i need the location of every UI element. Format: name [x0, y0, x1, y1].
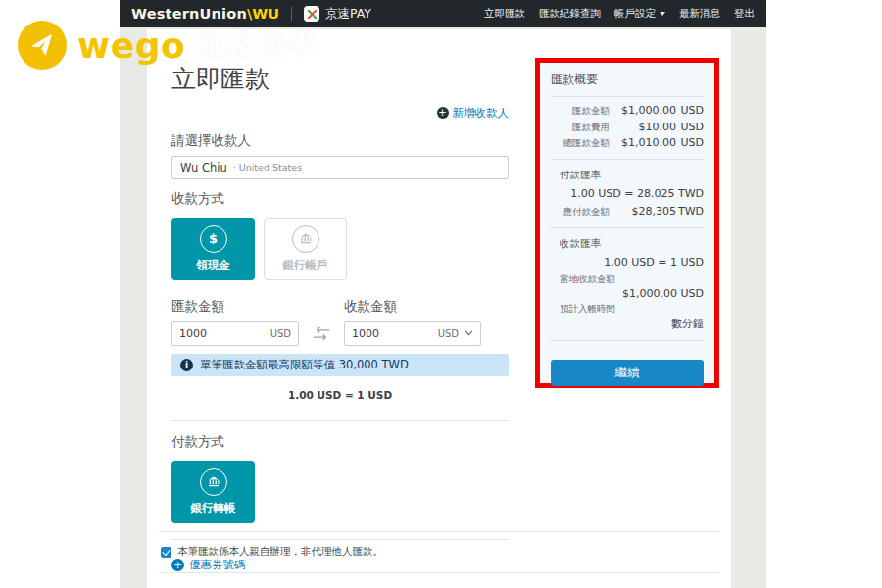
wego-watermark: wego 維格遊學 [18, 21, 318, 70]
summary-row-currency: USD [676, 104, 704, 117]
brand-text: WesternUnion [131, 6, 247, 22]
tile-bank-account[interactable]: 銀行帳戶 [264, 218, 347, 280]
transfer-summary-panel: 匯款概要 匯款金額 $1,000.00 USD 匯款費用 $10.00 USD … [540, 63, 714, 383]
wego-subtitle-text: 維格遊學 [196, 25, 318, 65]
send-currency-label: USD [270, 328, 291, 339]
form-divider [172, 420, 509, 421]
bank-icon [200, 468, 227, 496]
swap-arrows-icon [311, 325, 332, 342]
receive-amount-field-frame: USD [344, 321, 481, 346]
nav-account-settings-label: 帳戶設定 [614, 7, 656, 21]
summary-row-amount: $28,305 [610, 205, 676, 218]
pay-method-label: 付款方式 [172, 433, 509, 451]
limit-notice-text: 單筆匯款金額最高限額等值 30,000 TWD [200, 358, 409, 372]
eta-label: 預計入帳時間 [560, 303, 704, 316]
section-divider [159, 572, 719, 573]
send-amount-field-frame: USD [172, 321, 299, 346]
summary-row-currency: USD [676, 121, 704, 133]
limit-notice-bar: i 單筆匯款金額最高限額等值 30,000 TWD [172, 354, 509, 376]
summary-row-amount: $10.00 [610, 121, 676, 133]
receive-method-label: 收款方式 [172, 190, 509, 208]
declaration-section: 本筆匯款係本人親自辦理，非代理他人匯款。 [159, 531, 719, 573]
eta-value: 數分鐘 [551, 317, 704, 331]
send-amount-label: 匯款金額 [172, 298, 299, 316]
nav-logout[interactable]: 登出 [734, 7, 755, 21]
receive-amount-label: 收款金額 [344, 298, 481, 316]
swap-currencies-button[interactable] [299, 321, 344, 346]
summary-row-label: 應付款金額 [564, 206, 611, 219]
recipient-name: Wu Chiu [180, 161, 227, 174]
paper-plane-icon [18, 21, 67, 70]
brand-wu-text: \WU [247, 6, 279, 22]
jspay-logo[interactable]: 京速PAY [304, 6, 371, 23]
nav-account-settings[interactable]: 帳戶設定 [614, 7, 665, 21]
annotation-red-box: 匯款概要 匯款金額 $1,000.00 USD 匯款費用 $10.00 USD … [535, 58, 719, 388]
summary-row-label: 匯款金額 [572, 105, 610, 118]
currency-dropdown-chevron[interactable] [465, 330, 473, 336]
summary-title: 匯款概要 [551, 72, 704, 97]
tile-bank-transfer[interactable]: 銀行轉帳 [172, 461, 255, 523]
receive-amount-input[interactable] [352, 327, 434, 340]
receive-method-tiles: $ 領現金 銀行帳戶 [172, 218, 509, 280]
recipient-country: · United States [233, 162, 302, 172]
screenshot-canvas: WesternUnion \WU 京速PAY 立即匯款 匯款紀錄查詢 帳戶設定 … [0, 0, 882, 588]
send-money-form: 立即匯款 + 新增收款人 請選擇收款人 Wu Chiu · United Sta… [172, 63, 509, 572]
pay-rate-value: 1.00 USD = 28.025 TWD [551, 187, 704, 200]
jspay-icon [304, 6, 319, 22]
jspay-label: 京速PAY [325, 6, 371, 23]
receive-rate-label: 收款匯率 [560, 237, 704, 251]
summary-divider [551, 340, 704, 341]
dollar-circle-icon: $ [200, 225, 227, 253]
summary-divider [551, 159, 704, 160]
header-separator [291, 7, 292, 21]
tile-bank-account-label: 銀行帳戶 [283, 258, 328, 272]
wego-brand-text: wego [77, 25, 185, 66]
summary-row-payable: 應付款金額 $28,305 TWD [551, 205, 704, 219]
receive-rate-value: 1.00 USD = 1 USD [551, 256, 704, 269]
recipient-select[interactable]: Wu Chiu · United States [172, 156, 509, 179]
summary-row-label: 匯款費用 [572, 122, 610, 134]
declaration-checkbox[interactable] [161, 547, 172, 558]
summary-row-fee: 匯款費用 $10.00 USD [551, 121, 704, 134]
western-union-logo[interactable]: WesternUnion \WU [131, 6, 279, 22]
section-divider [159, 531, 719, 532]
pay-method-tiles: 銀行轉帳 [172, 461, 509, 523]
info-icon: i [180, 359, 193, 371]
receive-currency-label: USD [438, 328, 459, 339]
summary-row-send-amount: 匯款金額 $1,000.00 USD [551, 104, 704, 118]
bank-icon [292, 225, 319, 253]
summary-divider [551, 227, 704, 228]
tile-cash-pickup[interactable]: $ 領現金 [172, 218, 255, 280]
amount-row: 匯款金額 USD 收款金額 USD [172, 298, 509, 346]
summary-row-total: 總匯款金額 $1,010.00 USD [551, 136, 704, 150]
select-recipient-label: 請選擇收款人 [172, 132, 509, 150]
nav-transfer-history[interactable]: 匯款紀錄查詢 [539, 7, 601, 21]
pay-rate-label: 付款匯率 [560, 169, 704, 182]
summary-row-amount: $1,000.00 [610, 104, 676, 117]
nav-send-money[interactable]: 立即匯款 [484, 7, 525, 21]
summary-row-currency: USD [676, 136, 704, 149]
declaration-text: 本筆匯款係本人親自辦理，非代理他人匯款。 [177, 545, 383, 559]
local-receive-label: 當地收款金額 [560, 273, 704, 286]
tile-bank-transfer-label: 銀行轉帳 [191, 501, 236, 515]
summary-row-currency: TWD [676, 205, 704, 218]
exchange-rate-line: 1.00 USD = 1 USD [172, 389, 509, 401]
summary-row-label: 總匯款金額 [564, 137, 611, 150]
continue-button[interactable]: 繼續 [551, 360, 704, 386]
add-recipient-icon: + [437, 107, 449, 119]
local-receive-value: $1,000.00 USD [551, 287, 704, 300]
nav-news[interactable]: 最新消息 [679, 7, 720, 21]
header-nav: 立即匯款 匯款紀錄查詢 帳戶設定 最新消息 登出 [484, 7, 755, 21]
send-amount-input[interactable] [179, 327, 267, 340]
tile-cash-pickup-label: 領現金 [196, 258, 230, 272]
caret-down-icon [660, 12, 665, 16]
chevron-down-icon [465, 330, 473, 336]
add-recipient-label: 新增收款人 [453, 106, 510, 121]
add-recipient-link[interactable]: + 新增收款人 [437, 106, 510, 121]
summary-row-amount: $1,010.00 [610, 136, 676, 149]
